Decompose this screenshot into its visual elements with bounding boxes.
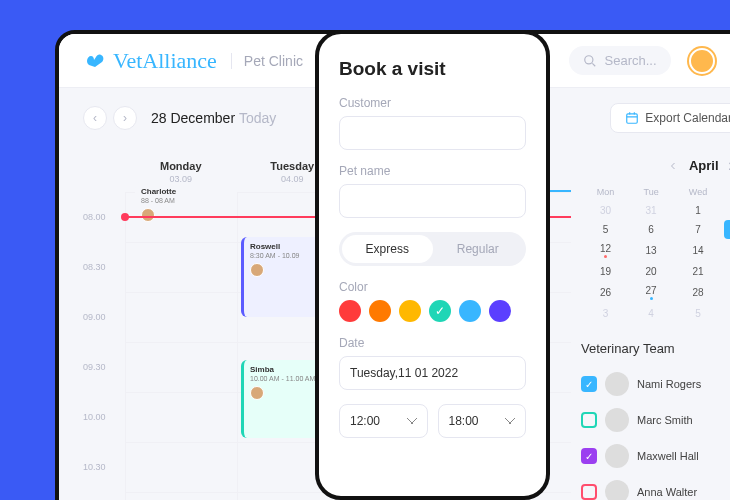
minical-day[interactable]: 1 xyxy=(672,201,723,220)
minical-day[interactable]: 8 xyxy=(724,220,730,239)
team-member-name: Maxwell Hall xyxy=(637,450,699,462)
minical-day[interactable]: 1 xyxy=(724,281,730,304)
prev-button[interactable]: ‹ xyxy=(83,106,107,130)
time-label: 08.00 xyxy=(83,192,125,242)
color-option[interactable] xyxy=(369,300,391,322)
modal-title: Book a visit xyxy=(339,58,526,80)
book-visit-modal: Book a visit Customer Pet name Express R… xyxy=(315,30,550,500)
minical-day[interactable]: ... xyxy=(724,262,730,281)
team-member-name: Anna Walter xyxy=(637,486,697,498)
minical-day[interactable]: 1 xyxy=(724,304,730,323)
chevron-left-icon[interactable] xyxy=(667,160,679,172)
minical-day[interactable]: 5 xyxy=(672,304,723,323)
team-member[interactable]: Anna Walter xyxy=(581,474,730,500)
time-from-select[interactable]: 12:00 xyxy=(339,404,428,438)
date-label: Date xyxy=(339,336,526,350)
paw-logo-icon xyxy=(83,49,107,73)
visit-type-toggle: Express Regular xyxy=(339,232,526,266)
time-label: 10.30 xyxy=(83,442,125,492)
team-member[interactable]: ✓Nami Rogers xyxy=(581,366,730,402)
team-avatar-icon xyxy=(605,444,629,468)
minical-day[interactable]: 27 xyxy=(630,281,672,304)
brand-name: VetAlliance xyxy=(113,48,217,74)
time-label: 11.00 xyxy=(83,492,125,500)
team-checkbox[interactable]: ✓ xyxy=(581,376,597,392)
minical-day[interactable]: 7 xyxy=(672,220,723,239)
color-option[interactable]: ✓ xyxy=(429,300,451,322)
minical-day[interactable]: 5 xyxy=(581,220,630,239)
time-label: 09.00 xyxy=(83,292,125,342)
mini-calendar[interactable]: MonTueWedTh3031115678121314...192021...2… xyxy=(581,183,730,323)
team-avatar-icon xyxy=(605,480,629,500)
time-label: 10.00 xyxy=(83,392,125,442)
minical-day[interactable]: 1 xyxy=(724,201,730,220)
minical-day[interactable]: 12 xyxy=(581,239,630,262)
team-member[interactable]: Marc Smith xyxy=(581,402,730,438)
team-avatar-icon xyxy=(605,372,629,396)
right-sidebar: April 2018 MonTueWedTh3031115678121314..… xyxy=(581,148,730,500)
svg-rect-1 xyxy=(627,114,638,123)
time-to-select[interactable]: 18:00 xyxy=(438,404,527,438)
minical-day[interactable]: 3 xyxy=(581,304,630,323)
team-member-name: Marc Smith xyxy=(637,414,693,426)
petname-input[interactable] xyxy=(339,184,526,218)
team-avatar-icon xyxy=(605,408,629,432)
svg-point-0 xyxy=(584,55,592,63)
customer-label: Customer xyxy=(339,96,526,110)
minical-day[interactable]: 13 xyxy=(630,239,672,262)
calendar-event[interactable]: Charlotte88 - 08 AM xyxy=(135,182,237,226)
regular-button[interactable]: Regular xyxy=(433,235,524,263)
brand-subtitle: Pet Clinic xyxy=(231,53,303,69)
team-checkbox[interactable] xyxy=(581,484,597,500)
pet-avatar-icon xyxy=(141,208,155,222)
minical-day[interactable]: 21 xyxy=(672,262,723,281)
mini-calendar-header: April 2018 xyxy=(581,158,730,173)
color-option[interactable] xyxy=(459,300,481,322)
next-button[interactable]: › xyxy=(113,106,137,130)
team-checkbox[interactable]: ✓ xyxy=(581,448,597,464)
date-input[interactable] xyxy=(339,356,526,390)
minical-day[interactable]: 6 xyxy=(630,220,672,239)
today-label: Today xyxy=(239,110,276,126)
pet-avatar-icon xyxy=(250,263,264,277)
minical-day[interactable]: 4 xyxy=(630,304,672,323)
minical-day[interactable]: 31 xyxy=(630,201,672,220)
current-date: 28 December Today xyxy=(151,110,276,126)
customer-input[interactable] xyxy=(339,116,526,150)
minical-day[interactable]: 30 xyxy=(581,201,630,220)
color-option[interactable] xyxy=(339,300,361,322)
color-option[interactable] xyxy=(399,300,421,322)
minical-day[interactable]: 14 xyxy=(672,239,723,262)
minical-day[interactable]: ... xyxy=(724,239,730,262)
team-member-name: Nami Rogers xyxy=(637,378,701,390)
team-checkbox[interactable] xyxy=(581,412,597,428)
search-icon xyxy=(583,54,597,68)
search-placeholder: Search... xyxy=(605,53,657,68)
minical-day[interactable]: 28 xyxy=(672,281,723,304)
minical-day[interactable]: 19 xyxy=(581,262,630,281)
calendar-icon xyxy=(625,111,639,125)
time-label: 08.30 xyxy=(83,242,125,292)
time-label: 09.30 xyxy=(83,342,125,392)
pet-avatar-icon xyxy=(250,386,264,400)
minical-day[interactable]: 20 xyxy=(630,262,672,281)
user-avatar[interactable] xyxy=(689,48,715,74)
mini-cal-month: April xyxy=(689,158,719,173)
minical-day[interactable]: 26 xyxy=(581,281,630,304)
color-option[interactable] xyxy=(489,300,511,322)
logo: VetAlliance xyxy=(83,48,217,74)
petname-label: Pet name xyxy=(339,164,526,178)
team-member[interactable]: ✓Maxwell Hall xyxy=(581,438,730,474)
search-input[interactable]: Search... xyxy=(569,46,671,75)
team-section-title: Veterinary Team xyxy=(581,341,730,356)
export-calendar-button[interactable]: Export Calendar xyxy=(610,103,730,133)
color-label: Color xyxy=(339,280,526,294)
express-button[interactable]: Express xyxy=(342,235,433,263)
